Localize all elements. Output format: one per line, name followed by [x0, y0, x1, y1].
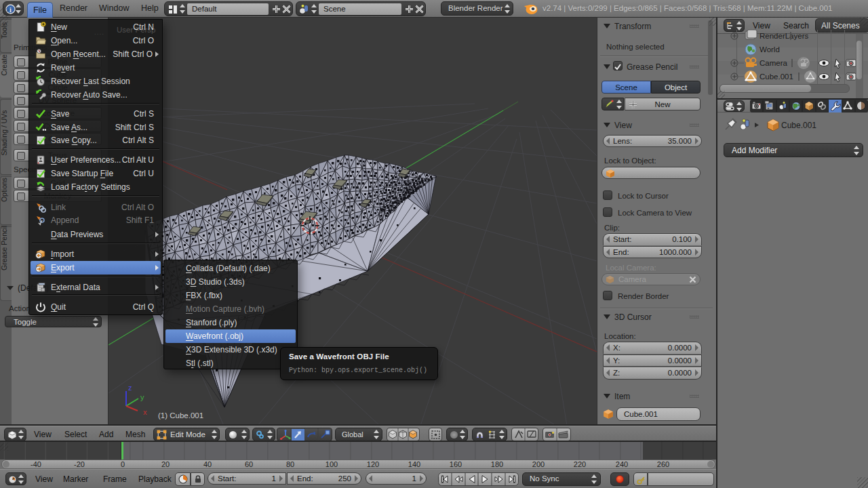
- svg-text:z: z: [128, 384, 132, 392]
- svg-text:Camera: Camera: [760, 59, 788, 67]
- svg-text:i: i: [9, 6, 12, 14]
- svg-text:y: y: [140, 393, 144, 401]
- svg-text:x: x: [143, 408, 147, 416]
- svg-text:(1) Cube.001: (1) Cube.001: [158, 411, 203, 420]
- svg-text:World: World: [760, 45, 780, 54]
- svg-text:RenderLayers: RenderLayers: [760, 32, 808, 40]
- svg-text:Cube.001: Cube.001: [760, 73, 793, 81]
